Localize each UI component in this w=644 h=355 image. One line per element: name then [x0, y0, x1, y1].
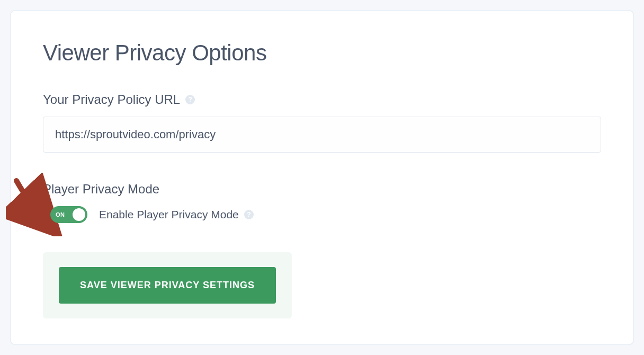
toggle-knob [73, 208, 85, 221]
save-button[interactable]: SAVE VIEWER PRIVACY SETTINGS [59, 267, 276, 304]
privacy-mode-toggle-row: ON Enable Player Privacy Mode ? [50, 206, 601, 223]
page-title: Viewer Privacy Options [43, 40, 601, 66]
privacy-url-label-text: Your Privacy Policy URL [43, 92, 180, 107]
privacy-mode-description: Enable Player Privacy Mode ? [99, 208, 254, 221]
toggle-on-label: ON [56, 211, 65, 218]
privacy-url-input[interactable] [43, 117, 601, 153]
privacy-mode-toggle[interactable]: ON [50, 206, 87, 223]
help-icon[interactable]: ? [244, 210, 254, 219]
privacy-mode-description-text: Enable Player Privacy Mode [99, 208, 239, 221]
privacy-options-panel: Viewer Privacy Options Your Privacy Poli… [11, 11, 633, 344]
save-button-wrapper: SAVE VIEWER PRIVACY SETTINGS [43, 252, 292, 318]
help-icon[interactable]: ? [185, 95, 195, 104]
privacy-url-label: Your Privacy Policy URL ? [43, 92, 601, 107]
privacy-mode-section-label: Player Privacy Mode [43, 182, 601, 197]
